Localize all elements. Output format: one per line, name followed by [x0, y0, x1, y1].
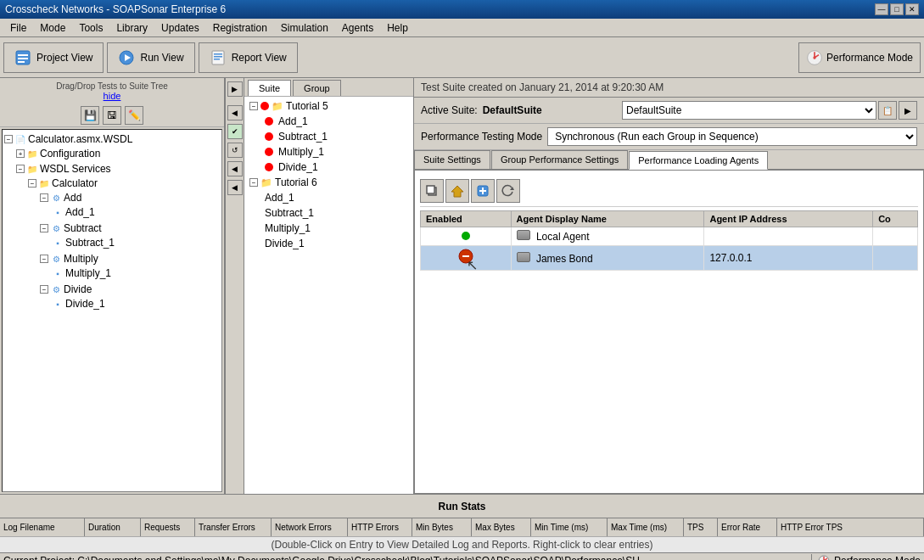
nav-extra-button[interactable]: ◀	[227, 161, 243, 176]
performance-testing-mode-row: Performance Testing Mode Synchronous (Ru…	[414, 124, 924, 150]
agent-table: Enabled Agent Display Name Agent IP Addr…	[420, 210, 918, 271]
tree-divide-label: Divide	[64, 283, 92, 295]
menu-mode[interactable]: Mode	[33, 20, 72, 36]
group-tab[interactable]: Group	[293, 80, 341, 96]
nav-right-button[interactable]: ▶	[227, 81, 243, 97]
tree-multiply1-node[interactable]: ▪ Multiply_1	[52, 266, 220, 281]
suite-tree-panel: Suite Group − 📁 Tutorial 5 Add_1 Subtrac…	[244, 78, 414, 494]
expand-icon[interactable]: −	[28, 179, 36, 188]
table-row[interactable]: ↖ James Bond 127.0.0.1	[421, 246, 918, 271]
lp-save2-button[interactable]: 🖫	[103, 106, 121, 125]
nav-left-button[interactable]: ◀	[227, 105, 243, 120]
report-view-button[interactable]: Report View	[199, 42, 298, 73]
performance-mode-button[interactable]: Performance Mode	[798, 42, 921, 73]
agent-toolbar	[420, 176, 918, 207]
nav-up-button[interactable]: ✔	[227, 124, 243, 139]
tree-divide1-node[interactable]: ▪ Divide_1	[52, 296, 220, 311]
t5-multiply1-item[interactable]: Multiply_1	[261, 144, 412, 160]
menu-registration[interactable]: Registration	[206, 20, 274, 36]
maximize-button[interactable]: □	[890, 3, 904, 15]
menu-agents[interactable]: Agents	[335, 20, 380, 36]
tree-calculator-node[interactable]: − 📁 Calculator − ⚙	[28, 176, 220, 313]
expand-icon[interactable]: −	[40, 193, 48, 202]
tree-add1-node[interactable]: ▪ Add_1	[52, 204, 220, 220]
leaf-icon: ▪	[52, 237, 64, 249]
perf-mode-select[interactable]: Synchronous (Run each Group in Sequence)…	[547, 127, 917, 146]
tab-performance-loading-agents[interactable]: Performance Loading Agents	[629, 151, 768, 170]
table-row[interactable]: Local Agent	[421, 227, 918, 246]
project-tree[interactable]: − 📄 Calculator.asmx.WSDL + 📁 Configurati…	[2, 129, 222, 492]
run-view-button[interactable]: Run View	[107, 42, 194, 73]
performance-mode-label: Performance Mode	[826, 52, 913, 64]
expand-icon[interactable]: −	[40, 285, 48, 294]
minimize-button[interactable]: —	[875, 3, 888, 15]
t6-divide1-item[interactable]: Divide_1	[261, 236, 412, 251]
svg-rect-13	[427, 186, 434, 193]
suite-tab[interactable]: Suite	[248, 80, 291, 96]
agent-refresh-button[interactable]	[496, 179, 520, 203]
suite-action-btn1[interactable]: 📋	[878, 101, 897, 120]
t5-divide1-item[interactable]: Divide_1	[261, 160, 412, 175]
agent-name-cell: Local Agent	[511, 227, 704, 246]
project-view-button[interactable]: Project View	[3, 42, 104, 73]
hide-button[interactable]: hide	[3, 91, 221, 101]
t6-add1-item[interactable]: Add_1	[261, 190, 412, 205]
tree-subtract1-node[interactable]: ▪ Subtract_1	[52, 235, 220, 250]
tree-configuration-node[interactable]: + 📁 Configuration	[16, 146, 220, 161]
agent-home-button[interactable]	[445, 179, 469, 203]
tab-suite-settings[interactable]: Suite Settings	[414, 150, 490, 169]
menu-library[interactable]: Library	[109, 20, 154, 36]
tutorial6-item[interactable]: − 📁 Tutorial 6	[246, 175, 412, 190]
nav-reset-button[interactable]: ↺	[227, 143, 243, 158]
agent-copy-button[interactable]	[420, 179, 444, 203]
menu-file[interactable]: File	[3, 20, 33, 36]
t6-subtract1-item[interactable]: Subtract_1	[261, 205, 412, 221]
expand-icon[interactable]: −	[249, 102, 258, 110]
tree-divide-node[interactable]: − ⚙ Divide ▪ D	[40, 282, 220, 312]
tree-wsdlservices-node[interactable]: − 📁 WSDL Services − 📁 Calculator	[16, 161, 220, 314]
tab-group-performance-settings[interactable]: Group Performance Settings	[491, 150, 628, 169]
expand-icon[interactable]: −	[40, 255, 48, 263]
expand-icon[interactable]: −	[16, 165, 25, 173]
status-performance-mode-label: Performance Mode	[834, 555, 921, 561]
lp-edit-button[interactable]: ✏️	[125, 106, 143, 125]
enabled-cell: ↖	[421, 246, 512, 271]
tree-root-label: Calculator.asmx.WSDL	[28, 133, 132, 145]
folder-icon: 📁	[26, 148, 38, 160]
active-suite-select[interactable]: DefaultSuite	[622, 101, 876, 120]
col-tps: TPS	[684, 518, 718, 536]
menu-tools[interactable]: Tools	[72, 20, 109, 36]
expand-icon[interactable]: +	[16, 149, 25, 158]
leaf-icon: ▪	[52, 298, 64, 310]
t5-add1-item[interactable]: Add_1	[261, 114, 412, 129]
svg-rect-8	[214, 56, 222, 58]
t6-multiply1-item[interactable]: Multiply_1	[261, 221, 412, 236]
close-button[interactable]: ✕	[905, 3, 919, 15]
left-panel-header: Drag/Drop Tests to Suite Tree hide	[0, 78, 224, 104]
tree-root-node[interactable]: − 📄 Calculator.asmx.WSDL + 📁 Configurati…	[4, 132, 220, 315]
expand-icon[interactable]: −	[4, 135, 13, 143]
status-bar: Current Project: C:\Documents and Settin…	[0, 552, 924, 560]
menu-help[interactable]: Help	[380, 20, 415, 36]
tutorial5-item[interactable]: − 📁 Tutorial 5	[246, 98, 412, 114]
expand-icon[interactable]: −	[40, 224, 48, 232]
col-http-errors: HTTP Errors	[348, 518, 412, 536]
james-bond-label: James Bond	[536, 253, 593, 265]
suite-action-btn2[interactable]: ▶	[899, 101, 917, 120]
t5-multiply1-label: Multiply_1	[276, 146, 324, 158]
project-view-label: Project View	[36, 52, 92, 64]
col-http-error-tps: HTTP Error TPS	[777, 518, 924, 536]
svg-rect-6	[212, 51, 224, 64]
tree-add-node[interactable]: − ⚙ Add ▪ Add_	[40, 190, 220, 221]
active-suite-bar: Active Suite: DefaultSuite DefaultSuite …	[414, 98, 924, 124]
nav-extra2-button[interactable]: ◀	[227, 180, 243, 195]
agent-add-button[interactable]	[471, 179, 495, 203]
t5-subtract1-item[interactable]: Subtract_1	[261, 129, 412, 144]
menu-updates[interactable]: Updates	[154, 20, 206, 36]
drag-drop-label: Drag/Drop Tests to Suite Tree	[3, 81, 221, 91]
lp-save-button[interactable]: 💾	[81, 106, 99, 125]
tree-subtract-node[interactable]: − ⚙ Subtract ▪	[40, 221, 220, 251]
tree-multiply-node[interactable]: − ⚙ Multiply ▪	[40, 251, 220, 282]
expand-icon[interactable]: −	[249, 178, 258, 187]
menu-simulation[interactable]: Simulation	[274, 20, 335, 36]
